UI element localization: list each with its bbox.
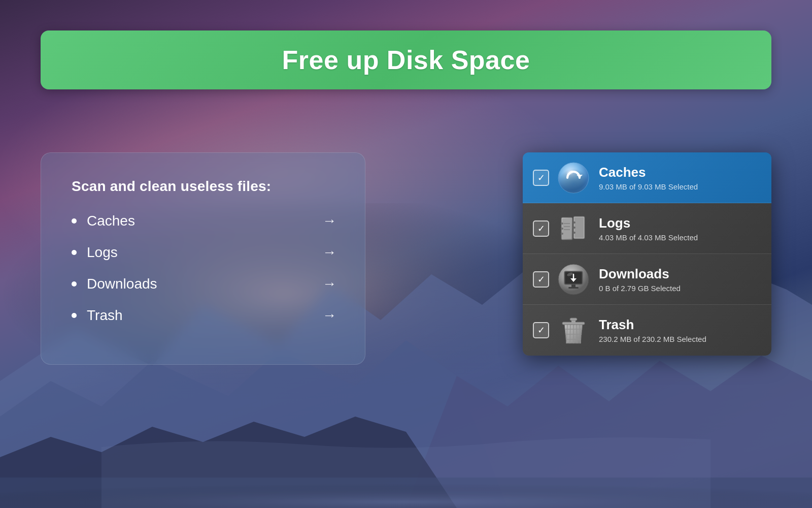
svg-rect-14 [573,227,576,229]
svg-rect-25 [568,287,579,289]
list-item: Trash → [72,307,334,324]
logs-subtitle: 4.03 MB of 4.03 MB Selected [599,233,761,242]
trash-row[interactable]: ✓ [523,305,771,356]
svg-rect-9 [561,228,563,230]
caches-icon [557,162,590,194]
svg-point-3 [558,163,589,193]
downloads-checkbox[interactable]: ✓ [533,271,549,288]
arrow-icon: → [322,213,334,229]
caches-checkbox[interactable]: ✓ [533,170,549,186]
feature-label: Trash [87,307,292,324]
arrow-icon: → [322,244,334,261]
page-title: Free up Disk Space [61,45,751,75]
bullet-icon [72,218,77,224]
downloads-title: Downloads [599,266,761,282]
check-mark: ✓ [537,326,545,335]
downloads-row[interactable]: ✓ [523,254,771,305]
downloads-text: Downloads 0 B of 2.79 GB Selected [599,266,761,293]
svg-rect-36 [570,318,577,321]
svg-rect-13 [573,221,576,224]
check-mark: ✓ [537,275,545,284]
downloads-subtitle: 0 B of 2.79 GB Selected [599,284,761,293]
trash-subtitle: 230.2 MB of 230.2 MB Selected [599,335,761,343]
svg-rect-7 [562,218,571,239]
bullet-icon [72,281,77,287]
caches-title: Caches [599,165,761,180]
bullet-icon [72,250,77,255]
svg-rect-12 [574,217,584,238]
feature-label: Downloads [87,276,292,292]
feature-label: Logs [87,244,292,261]
svg-rect-15 [573,232,576,234]
caches-subtitle: 9.03 MB of 9.03 MB Selected [599,182,761,191]
svg-line-30 [577,324,577,343]
list-item: Downloads → [72,276,334,292]
check-mark: ✓ [537,173,545,182]
bullet-icon [72,313,77,318]
check-mark: ✓ [537,224,545,233]
svg-rect-37 [571,321,576,323]
svg-rect-8 [561,223,563,225]
list-item: Caches → [72,213,334,229]
feature-label: Caches [87,213,292,229]
svg-line-28 [570,324,570,343]
arrow-icon: → [322,307,334,324]
arrow-icon: → [322,276,334,292]
left-info-panel: Scan and clean useless files: Caches → L… [41,152,365,365]
downloads-icon [557,263,590,296]
logs-text: Logs 4.03 MB of 4.03 MB Selected [599,215,761,242]
svg-rect-10 [561,233,563,235]
disk-cleaner-panel: ✓ [523,152,771,356]
feature-list: Caches → Logs → Downloads → Trash → [72,213,334,324]
logs-row[interactable]: ✓ [523,203,771,254]
logs-title: Logs [599,215,761,231]
panel-heading: Scan and clean useless files: [72,178,334,195]
trash-title: Trash [599,317,761,333]
trash-icon [557,314,590,346]
caches-row[interactable]: ✓ [523,152,771,203]
list-item: Logs → [72,244,334,261]
trash-text: Trash 230.2 MB of 230.2 MB Selected [599,317,761,343]
trash-checkbox[interactable]: ✓ [533,322,549,338]
logs-icon [557,212,590,245]
logs-checkbox[interactable]: ✓ [533,220,549,237]
caches-text: Caches 9.03 MB of 9.03 MB Selected [599,165,761,191]
header-banner: Free up Disk Space [41,30,771,89]
